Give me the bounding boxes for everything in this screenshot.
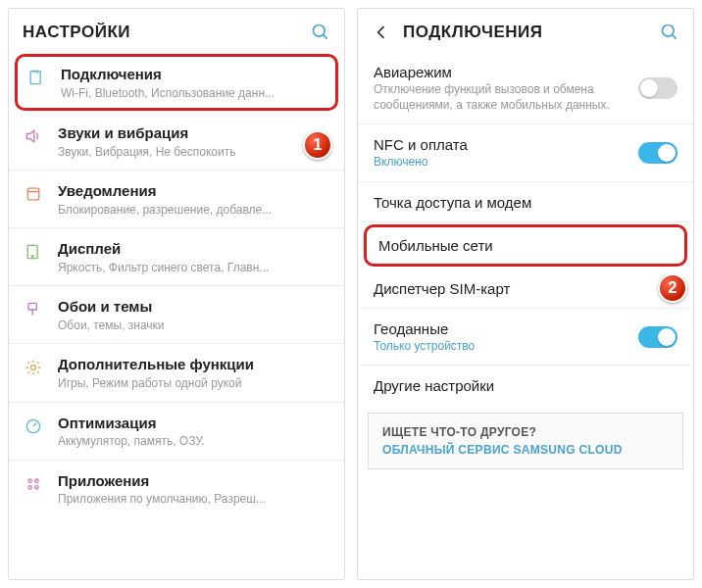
- airplane-toggle[interactable]: [638, 77, 677, 99]
- item-sub: Звуки, Вибрация, Не беспокоить: [58, 145, 330, 161]
- settings-item-optimization[interactable]: Оптимизация Аккумулятор, память, ОЗУ.: [9, 403, 344, 461]
- wallpaper-icon: [23, 299, 44, 320]
- svg-point-12: [35, 479, 38, 482]
- svg-point-15: [663, 25, 675, 37]
- svg-point-14: [35, 485, 38, 488]
- item-title: Дополнительные функции: [58, 355, 330, 374]
- page-title: НАСТРОЙКИ: [23, 23, 299, 42]
- settings-screen: НАСТРОЙКИ Подключения Wi-Fi, Bluetooth, …: [8, 8, 345, 580]
- item-title: Геоданные: [374, 320, 638, 337]
- settings-item-wallpaper[interactable]: Обои и темы Обои, темы, значки: [9, 286, 344, 344]
- sound-icon: [23, 125, 44, 147]
- item-title: Обои и темы: [58, 297, 330, 317]
- item-sub: Яркость, Фильтр синего света, Главн...: [58, 261, 330, 276]
- svg-point-13: [28, 485, 31, 488]
- settings-item-connections[interactable]: Подключения Wi-Fi, Bluetooth, Использова…: [15, 54, 338, 111]
- back-icon[interactable]: [372, 23, 391, 42]
- settings-item-display[interactable]: Дисплей Яркость, Фильтр синего света, Гл…: [9, 228, 344, 286]
- location-toggle[interactable]: [638, 326, 677, 348]
- item-sub: Блокирование, разрешение, добавле...: [58, 203, 330, 219]
- item-sub: Аккумулятор, память, ОЗУ.: [58, 434, 330, 450]
- item-sub: Обои, темы, значки: [58, 318, 330, 334]
- settings-item-notifications[interactable]: Уведомления Блокирование, разрешение, до…: [9, 171, 344, 228]
- display-icon: [23, 241, 44, 263]
- item-sub: Wi-Fi, Bluetooth, Использование данн...: [61, 86, 327, 102]
- svg-point-11: [28, 479, 31, 482]
- item-title: NFC и оплата: [374, 136, 638, 153]
- svg-rect-3: [27, 188, 39, 200]
- item-sub: Отключение функций вызовов и обмена сооб…: [374, 82, 638, 113]
- item-title: Дисплей: [58, 239, 330, 259]
- optimization-icon: [23, 416, 44, 437]
- item-sub: Игры, Режим работы одной рукой: [58, 376, 330, 392]
- item-sim-manager[interactable]: Диспетчер SIM-карт: [358, 269, 693, 309]
- item-title: Диспетчер SIM-карт: [374, 280, 677, 297]
- nfc-toggle[interactable]: [638, 142, 677, 164]
- item-title: Другие настройки: [374, 377, 677, 394]
- highlight-mobile-networks: Мобильные сети: [364, 224, 687, 267]
- svg-line-1: [324, 35, 327, 39]
- item-sub: Включено: [374, 155, 638, 171]
- svg-point-6: [31, 256, 33, 258]
- svg-point-0: [314, 25, 326, 37]
- svg-line-16: [673, 35, 677, 39]
- connections-icon: [25, 67, 47, 88]
- item-title: Звуки и вибрация: [58, 123, 330, 143]
- item-airplane-mode[interactable]: Авиарежим Отключение функций вызовов и о…: [358, 52, 693, 124]
- header: НАСТРОЙКИ: [9, 9, 344, 52]
- footer-link[interactable]: ОБЛАЧНЫЙ СЕРВИС SAMSUNG CLOUD: [382, 443, 669, 457]
- settings-list: Подключения Wi-Fi, Bluetooth, Использова…: [9, 52, 344, 517]
- footer-title: ИЩЕТЕ ЧТО-ТО ДРУГОЕ?: [382, 425, 669, 439]
- item-title: Приложения: [58, 471, 330, 491]
- search-icon[interactable]: [311, 23, 330, 42]
- connections-list: Авиарежим Отключение функций вызовов и о…: [358, 52, 693, 405]
- item-title: Подключения: [61, 65, 327, 84]
- page-title: ПОДКЛЮЧЕНИЯ: [403, 23, 648, 42]
- svg-rect-2: [30, 71, 40, 83]
- settings-item-advanced[interactable]: Дополнительные функции Игры, Режим работ…: [9, 344, 344, 402]
- svg-point-9: [31, 366, 36, 370]
- item-sub: Только устройство: [374, 339, 638, 355]
- connections-screen: ПОДКЛЮЧЕНИЯ Авиарежим Отключение функций…: [357, 8, 694, 580]
- item-title: Уведомления: [58, 181, 330, 201]
- settings-item-apps[interactable]: Приложения Приложения по умолчанию, Разр…: [9, 461, 344, 517]
- header: ПОДКЛЮЧЕНИЯ: [358, 9, 693, 52]
- item-title: Точка доступа и модем: [374, 194, 677, 211]
- item-sub: Приложения по умолчанию, Разреш...: [58, 492, 330, 508]
- search-icon[interactable]: [660, 23, 679, 42]
- notifications-icon: [23, 183, 44, 205]
- item-location[interactable]: Геоданные Только устройство: [358, 309, 693, 367]
- svg-rect-7: [28, 304, 36, 311]
- item-title: Авиарежим: [374, 64, 638, 80]
- item-title: Оптимизация: [58, 414, 330, 433]
- item-nfc[interactable]: NFC и оплата Включено: [358, 124, 693, 182]
- step-badge-1: 1: [303, 130, 332, 160]
- item-title: Мобильные сети: [378, 237, 673, 254]
- footer-suggestion: ИЩЕТЕ ЧТО-ТО ДРУГОЕ? ОБЛАЧНЫЙ СЕРВИС SAM…: [368, 413, 683, 469]
- advanced-icon: [23, 357, 44, 378]
- item-hotspot[interactable]: Точка доступа и модем: [358, 182, 693, 222]
- settings-item-sounds[interactable]: Звуки и вибрация Звуки, Вибрация, Не бес…: [9, 113, 344, 171]
- apps-icon: [23, 473, 44, 495]
- item-mobile-networks[interactable]: Мобильные сети: [367, 227, 684, 264]
- step-badge-2: 2: [658, 273, 687, 303]
- item-other-settings[interactable]: Другие настройки: [358, 366, 693, 405]
